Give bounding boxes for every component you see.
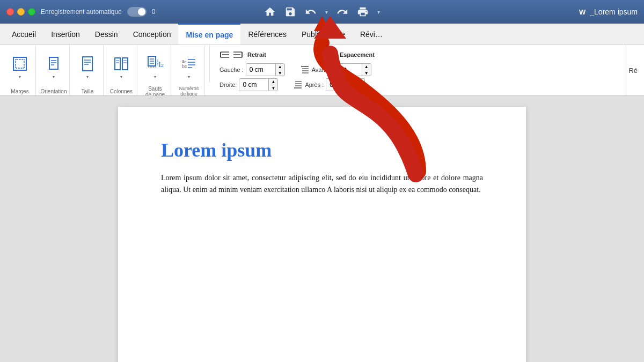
sauts-buttons: 1 2 ▾ [142,48,169,86]
print-icon[interactable] [357,6,369,18]
menu-publipostage[interactable]: Publipostage [294,24,353,45]
espacement-apres-up[interactable]: ▲ [356,78,364,85]
espacement-avant-control: Avant : 0 pt ▲ ▼ [300,63,371,76]
taille-button[interactable]: ▾ [74,48,101,86]
undo-icon[interactable] [305,6,317,18]
espacement-avant-down[interactable]: ▼ [362,70,371,76]
numeros-label: Numérosde ligne [179,86,199,96]
ribbon-group-taille: ▾ Taille [72,45,104,95]
retrait-droite-input[interactable]: 0 cm ▲ ▼ [239,78,278,91]
home-icon[interactable] [264,6,276,18]
taille-icon [79,55,96,72]
spacing-up-icon [327,49,338,60]
marges-buttons: ▾ [6,48,33,86]
menu-accueil[interactable]: Accueil [4,24,43,45]
svg-rect-1 [16,60,24,68]
minimize-button[interactable] [17,8,25,16]
save-icon[interactable] [284,6,296,18]
doc-area: Lorem ipsum Lorem ipsum dolor sit amet, … [0,96,644,362]
spacing-before-icon [300,65,310,75]
retrait-header: Retrait [219,49,327,60]
retrait-droite-control: Droite: 0 cm ▲ ▼ [219,78,278,91]
maximize-button[interactable] [28,8,35,16]
svg-rect-10 [115,58,120,70]
sauts-button[interactable]: 1 2 ▾ [142,48,169,86]
retrait-gauche-value[interactable]: 0 cm [246,64,276,76]
menu-mise-en-page[interactable]: Mise en page [178,24,240,45]
menu-conception[interactable]: Conception [126,24,179,45]
menu-references[interactable]: Références [240,24,294,45]
traffic-lights [6,8,35,16]
espacement-apres-down[interactable]: ▼ [356,85,364,91]
espacement-header: Espacement [327,49,375,60]
sauts-icon: 1 2 [146,55,164,72]
numeros-button[interactable]: a- bc ▾ [175,48,202,86]
retrait-droite-label: Droite: [219,82,237,88]
svg-rect-11 [122,58,128,70]
retrait-gauche-arrows: ▲ ▼ [276,63,284,76]
retrait-droite-up[interactable]: ▲ [269,78,277,85]
marges-dropdown[interactable]: ▾ [19,75,21,79]
print-dropdown[interactable]: ▾ [377,9,380,15]
espacement-avant-value[interactable]: 0 pt [333,64,362,76]
undo-dropdown[interactable]: ▾ [325,9,328,15]
ribbon-group-colonnes: ▾ Colonnes [106,45,137,95]
autosave-label: Enregistrement automatique [41,8,122,16]
autosave-toggle[interactable] [127,7,147,17]
espacement-apres-value[interactable]: 0 pt [326,79,356,91]
sauts-dropdown[interactable]: ▾ [154,75,156,79]
doc-page: Lorem ipsum Lorem ipsum dolor sit amet, … [118,107,526,362]
colonnes-buttons: ▾ [108,48,135,86]
redo-icon[interactable] [336,6,348,18]
espacement-avant-up[interactable]: ▲ [362,63,371,70]
toggle-knob [138,8,145,16]
retrait-gauche-up[interactable]: ▲ [276,63,284,70]
numeros-dropdown[interactable]: ▾ [188,75,190,79]
orientation-dropdown[interactable]: ▾ [53,75,55,79]
title-bar-left: Enregistrement automatique 0 [6,7,155,17]
title-bar-center: ▾ ▾ [264,6,380,18]
espacement-apres-control: Après : 0 pt ▲ ▼ [293,78,365,91]
ribbon-overflow[interactable]: Ré [626,45,640,95]
close-button[interactable] [6,8,14,16]
espacement-avant-arrows: ▲ ▼ [362,63,371,76]
retrait-espacement-section: Retrait Espacement Gauche : [214,45,624,95]
retrait-gauche-down[interactable]: ▼ [276,70,284,76]
retrait-droite-down[interactable]: ▼ [269,85,277,91]
taille-label: Taille [82,88,94,94]
menu-revision[interactable]: Révi… [353,24,390,45]
orientation-button[interactable]: ▾ [40,48,67,86]
numeros-icon: a- bc [180,55,197,72]
colonnes-button[interactable]: ▾ [108,48,135,86]
doc-title: Lorem ipsum [161,139,483,161]
indent-left-icon [219,49,230,60]
svg-rect-2 [49,57,58,69]
retrait-droite-arrows: ▲ ▼ [269,78,277,91]
orientation-buttons: ▾ [40,48,67,86]
svg-rect-6 [83,57,92,71]
menu-insertion[interactable]: Insertion [43,24,87,45]
marges-button[interactable]: ▾ [6,48,33,86]
marges-label: Marges [11,88,28,94]
ribbon-separator [209,45,210,83]
controls-row-1: Gauche : 0 cm ▲ ▼ Avant : [219,63,618,76]
taille-dropdown[interactable]: ▾ [86,75,89,79]
retrait-gauche-input[interactable]: 0 cm ▲ ▼ [246,63,285,76]
ribbon: ▾ Marges ▾ Orientation [0,45,644,96]
retrait-droite-value[interactable]: 0 cm [239,79,269,91]
marges-icon [11,55,28,72]
colonnes-dropdown[interactable]: ▾ [120,75,122,79]
re-headers: Retrait Espacement [219,49,618,60]
ribbon-group-orientation: ▾ Orientation [38,45,70,95]
numeros-buttons: a- bc ▾ [175,48,202,86]
espacement-title: Espacement [340,51,375,58]
menu-dessin[interactable]: Dessin [87,24,126,45]
espacement-apres-input[interactable]: 0 pt ▲ ▼ [326,78,365,91]
svg-text:2: 2 [161,63,164,68]
espacement-avant-input[interactable]: 0 pt ▲ ▼ [332,63,371,76]
ribbon-group-sauts: 1 2 ▾ Sautsde page [140,45,171,95]
doc-body: Lorem ipsum dolor sit amet, consectetur … [161,172,483,196]
colonnes-label: Colonnes [110,88,133,94]
spacing-after-icon [293,80,303,90]
word-icon: W [579,8,586,16]
